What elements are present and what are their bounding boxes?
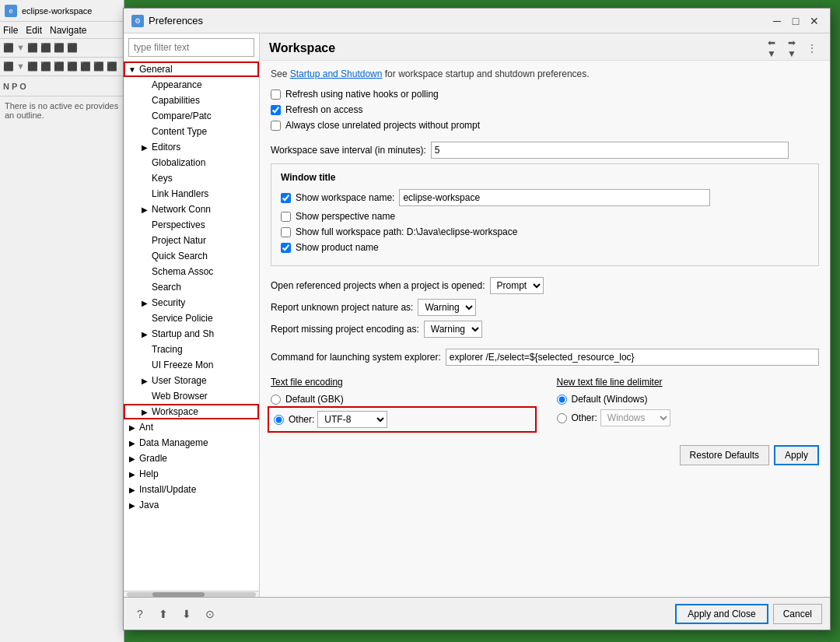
filter-input[interactable] — [128, 38, 254, 57]
tree-item-general[interactable]: General — [124, 61, 259, 77]
import-icon[interactable]: ⬇ — [178, 605, 195, 623]
show-perspective-checkbox[interactable] — [281, 212, 291, 222]
show-full-path-checkbox[interactable] — [281, 227, 291, 237]
tree-item-security[interactable]: Security — [124, 295, 259, 310]
encoding-default-label: Default (GBK) — [285, 394, 344, 405]
checkboxes-section: Refresh using native hooks or polling Re… — [271, 89, 819, 131]
tree-item-tracing[interactable]: Tracing — [124, 342, 259, 357]
tree-item-keys[interactable]: Keys — [124, 170, 259, 186]
export-icon[interactable]: ⬆ — [155, 605, 172, 623]
settings-icon[interactable]: ⊙ — [201, 605, 219, 623]
tree-scrollbar-area[interactable] — [124, 591, 259, 597]
menu-navigate[interactable]: Navigate — [50, 25, 86, 36]
startup-shutdown-link[interactable]: Startup and Shutdown — [290, 68, 383, 79]
refresh-native-checkbox[interactable] — [271, 89, 281, 100]
tree-item-network[interactable]: Network Conn — [124, 202, 259, 217]
show-workspace-name-label: Show workspace name: — [296, 192, 394, 203]
save-interval-row: Workspace save interval (in minutes): — [271, 142, 819, 159]
apply-close-button[interactable]: Apply and Close — [675, 604, 768, 624]
encoding-other-select[interactable]: UTF-8 UTF-16 ISO-8859-1 — [317, 411, 387, 428]
nav-menu-button[interactable]: ⋮ — [803, 40, 821, 57]
tree-item-user-storage[interactable]: User Storage — [124, 373, 259, 388]
tree-label-user-storage: User Storage — [152, 375, 207, 386]
tree-item-perspectives[interactable]: Perspectives — [124, 217, 259, 233]
tree-item-quick-search[interactable]: Quick Search — [124, 248, 259, 264]
report-missing-select[interactable]: Warning Error Ignore — [424, 321, 482, 338]
maximize-button[interactable]: □ — [788, 13, 803, 29]
tree-item-java[interactable]: Java — [124, 497, 259, 513]
delimiter-other-select[interactable]: Windows Unix Mac OS X — [600, 409, 670, 426]
tree-label-content-type: Content Type — [152, 126, 207, 137]
content-title: Workspace — [269, 41, 335, 55]
encoding-default-radio[interactable] — [271, 395, 281, 405]
tree-label-compare: Compare/Patc — [152, 111, 212, 121]
close-button[interactable]: ✕ — [807, 13, 822, 29]
refresh-access-checkbox[interactable] — [271, 105, 281, 115]
workspace-name-input[interactable] — [399, 189, 710, 206]
tree-item-install[interactable]: Install/Update — [124, 482, 259, 497]
eclipse-window: e eclipse-workspace File Edit Navigate ⬛… — [0, 0, 124, 642]
show-full-path-row: Show full workspace path: D:\Java\eclips… — [281, 226, 809, 237]
encoding-other-row: Other: UTF-8 UTF-16 ISO-8859-1 — [271, 409, 534, 430]
nav-forward-button[interactable]: ➡ ▼ — [783, 40, 800, 57]
tree-arrow-data — [127, 437, 138, 448]
bottom-buttons: Apply and Close Cancel — [675, 604, 822, 624]
tree-item-project-natur[interactable]: Project Natur — [124, 233, 259, 248]
always-close-checkbox[interactable] — [271, 121, 281, 131]
report-unknown-row: Report unknown project nature as: Warnin… — [271, 299, 819, 316]
tree-item-compare[interactable]: Compare/Patc — [124, 108, 259, 124]
save-interval-input[interactable] — [431, 142, 789, 159]
encoding-other-radio[interactable] — [274, 415, 284, 425]
report-unknown-label: Report unknown project nature as: — [271, 302, 413, 313]
menu-file[interactable]: File — [3, 25, 18, 36]
startup-link-line: See Startup and Shutdown for workspace s… — [271, 68, 819, 79]
show-workspace-name-checkbox[interactable] — [281, 193, 291, 203]
tree-item-gradle[interactable]: Gradle — [124, 451, 259, 466]
tree-label-globalization: Globalization — [152, 157, 205, 168]
tree-item-schema[interactable]: Schema Assoc — [124, 264, 259, 279]
delimiter-other-row: Other: Windows Unix Mac OS X — [557, 409, 820, 426]
tree-item-editors[interactable]: Editors — [124, 139, 259, 155]
tree-item-link-handlers[interactable]: Link Handlers — [124, 186, 259, 202]
restore-apply-bar: Restore Defaults Apply — [271, 445, 819, 465]
tree-item-help[interactable]: Help — [124, 466, 259, 482]
menu-edit[interactable]: Edit — [26, 25, 42, 36]
tree-item-ant[interactable]: Ant — [124, 419, 259, 435]
report-missing-row: Report missing project encoding as: Warn… — [271, 321, 819, 338]
dialog-icon: ⚙ — [131, 15, 144, 27]
tree-item-appearance[interactable]: Appearance — [124, 77, 259, 93]
save-interval-label: Workspace save interval (in minutes): — [271, 145, 426, 156]
tree-item-ui-freeze[interactable]: UI Freeze Mon — [124, 357, 259, 373]
cancel-button[interactable]: Cancel — [773, 604, 822, 624]
command-input[interactable] — [446, 349, 819, 366]
help-icon[interactable]: ? — [131, 605, 149, 623]
refresh-access-label: Refresh on access — [285, 104, 362, 115]
tree-item-web-browser[interactable]: Web Browser — [124, 388, 259, 404]
tree-item-data[interactable]: Data Manageme — [124, 435, 259, 451]
tree-item-service[interactable]: Service Policie — [124, 310, 259, 326]
eclipse-icon: e — [5, 5, 17, 17]
tree-item-content-type[interactable]: Content Type — [124, 124, 259, 139]
tree-item-workspace[interactable]: Workspace — [124, 404, 259, 419]
tree-item-capabilities[interactable]: Capabilities — [124, 93, 259, 108]
tree-arrow-java — [127, 500, 138, 510]
tree-item-search[interactable]: Search — [124, 279, 259, 295]
window-title-section: Window title Show workspace name: Show p… — [271, 163, 819, 266]
tree-label-service: Service Policie — [152, 313, 213, 324]
delimiter-other-radio[interactable] — [557, 413, 567, 423]
open-referenced-select[interactable]: Prompt Always Never — [490, 277, 544, 294]
delimiter-default-radio[interactable] — [557, 395, 567, 405]
tree-item-globalization[interactable]: Globalization — [124, 155, 259, 170]
nav-back-button[interactable]: ⬅ ▼ — [763, 40, 780, 57]
tree-label-search: Search — [152, 282, 181, 293]
minimize-button[interactable]: ─ — [769, 13, 785, 29]
show-product-name-checkbox[interactable] — [281, 243, 291, 253]
tree-item-startup[interactable]: Startup and Sh — [124, 326, 259, 342]
report-unknown-select[interactable]: Warning Error Ignore — [418, 299, 476, 316]
tree-scroll[interactable]: General Appearance Capabilities Compare/… — [124, 61, 259, 591]
tree-scrollbar-h — [127, 592, 256, 597]
apply-button[interactable]: Apply — [774, 445, 819, 465]
delimiter-default-row: Default (Windows) — [557, 394, 820, 405]
tree-label-web-browser: Web Browser — [152, 391, 208, 402]
restore-defaults-button[interactable]: Restore Defaults — [680, 445, 769, 465]
